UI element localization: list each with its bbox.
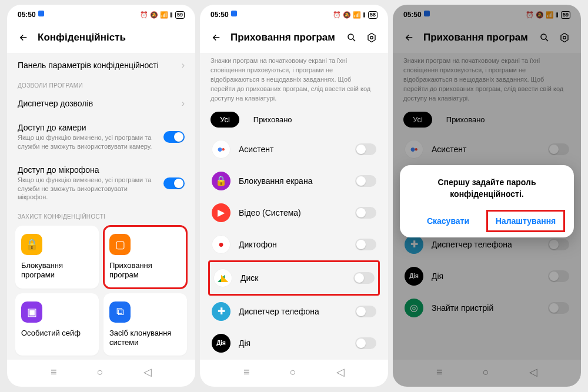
back-icon[interactable] xyxy=(211,32,222,43)
app-toggle[interactable] xyxy=(548,270,569,282)
status-time: 05:50 xyxy=(403,11,430,19)
header: Приховання програм xyxy=(393,22,581,53)
section-permissions: ДОЗВОЛИ ПРОГРАМИ xyxy=(15,78,187,91)
nav-recent-icon[interactable]: ≡ xyxy=(51,366,57,378)
nav-back-icon[interactable]: ◁ xyxy=(143,366,152,378)
app-row-dispatcher: ✚Диспетчер телефона xyxy=(208,296,380,327)
header: Приховання програм xyxy=(200,22,388,53)
app-toggle[interactable] xyxy=(355,337,376,349)
mic-toggle[interactable] xyxy=(163,177,185,189)
battery-level: 58 xyxy=(368,11,377,19)
app-name: Диспетчер телефона xyxy=(239,307,347,316)
card-system-clone[interactable]: ⧉ Засіб клонування системи xyxy=(103,293,187,356)
chip-hidden[interactable]: Приховано xyxy=(437,112,495,128)
camera-access-title: Доступ до камери xyxy=(18,123,158,132)
app-name: Дія xyxy=(239,339,347,348)
status-bar: 05:50 ⏰ 🔕 📶 ⦀58 xyxy=(200,5,388,22)
app-indicator-icon xyxy=(424,11,430,16)
drive-icon: ◢◣ xyxy=(213,269,232,287)
app-name: Асистент xyxy=(239,145,347,154)
phone-hide-apps: 05:50 ⏰ 🔕 📶 ⦀58 Приховання програм Значк… xyxy=(200,5,388,387)
search-icon[interactable] xyxy=(346,32,358,43)
back-icon[interactable] xyxy=(18,32,29,43)
app-toggle[interactable] xyxy=(355,175,376,187)
nav-bar: ≡ ○ ◁ xyxy=(393,360,581,387)
svg-point-5 xyxy=(563,36,566,39)
chevron-right-icon: › xyxy=(182,60,185,71)
card-hide-apps[interactable]: ▢ Приховання програм xyxy=(103,226,187,289)
app-toggle[interactable] xyxy=(548,143,569,155)
dialog-confirm-button[interactable]: Налаштування xyxy=(487,210,564,232)
camera-toggle[interactable] xyxy=(163,131,185,143)
protection-cards: 🔒 Блокування програми ▢ Приховання прогр… xyxy=(15,226,187,356)
diia-icon: Дія xyxy=(405,267,423,286)
search-icon[interactable] xyxy=(539,32,550,43)
chip-hidden[interactable]: Приховано xyxy=(244,112,302,128)
app-row-lockscreen: 🔒Блокування екрана xyxy=(208,165,380,197)
dispatcher-icon: ✚ xyxy=(212,302,230,321)
phone-hide-apps-dialog: 05:50 ⏰ 🔕 📶 ⦀59 Приховання програм Значк… xyxy=(393,5,581,387)
privacy-panel-row[interactable]: Панель параметрів конфіденційності › xyxy=(15,53,187,78)
video-icon: ▶ xyxy=(212,203,230,222)
dialog-buttons: Скасувати Налаштування xyxy=(409,210,564,232)
card-app-lock[interactable]: 🔒 Блокування програми xyxy=(15,226,99,289)
assistant-icon: ●● xyxy=(405,140,423,159)
app-row-drive: ◢◣Диск xyxy=(208,260,380,296)
settings-icon[interactable] xyxy=(559,32,570,43)
camera-access-row: Доступ до камери Якщо цю функцію вимкнен… xyxy=(15,116,187,158)
app-row-diia: ДіяДія xyxy=(401,260,573,292)
lock-icon: 🔒 xyxy=(21,234,42,255)
page-title: Приховання програм xyxy=(423,32,530,43)
nav-home-icon[interactable]: ○ xyxy=(483,366,489,378)
nav-recent-icon[interactable]: ≡ xyxy=(243,366,250,378)
settings-icon[interactable] xyxy=(366,32,377,43)
app-indicator-icon xyxy=(231,11,237,16)
svg-marker-1 xyxy=(368,33,375,42)
permission-manager-row[interactable]: Диспетчер дозволів › xyxy=(15,91,187,116)
chevron-right-icon: › xyxy=(182,98,185,109)
card-hide-apps-label: Приховання програм xyxy=(109,261,181,280)
dialog-title: Спершу задайте пароль конфіденційності. xyxy=(409,177,564,200)
status-icons: ⏰ 🔕 📶 ⦀59 xyxy=(526,11,570,19)
dialog-cancel-button[interactable]: Скасувати xyxy=(409,210,487,232)
app-row-findmy: ◎Знайти пристрій xyxy=(401,292,573,324)
privacy-panel-label: Панель параметрів конфіденційності xyxy=(18,61,176,70)
header: Конфіденційність xyxy=(7,22,195,53)
assistant-icon: ●● xyxy=(212,140,230,159)
mic-access-title: Доступ до мікрофона xyxy=(18,165,158,175)
section-protection: ЗАХИСТ КОНФІДЕНЦІЙНОСТІ xyxy=(15,209,187,222)
content: Панель параметрів конфіденційності › ДОЗ… xyxy=(7,53,195,360)
card-private-safe[interactable]: ▣ Особистий сейф xyxy=(15,293,99,356)
app-toggle[interactable] xyxy=(355,143,376,155)
findmy-icon: ◎ xyxy=(405,299,423,317)
app-row-assistant: ●●Асистент xyxy=(401,133,573,165)
mic-access-sub: Якщо цю функцію вимкнено, усі програми т… xyxy=(18,176,158,202)
app-toggle[interactable] xyxy=(355,239,376,250)
svg-point-2 xyxy=(370,36,373,39)
svg-point-0 xyxy=(348,34,353,39)
nav-home-icon[interactable]: ○ xyxy=(290,366,296,378)
chip-all[interactable]: Усі xyxy=(211,112,239,128)
app-toggle[interactable] xyxy=(548,239,569,250)
app-toggle[interactable] xyxy=(355,306,376,317)
card-system-clone-label: Засіб клонування системи xyxy=(109,329,181,348)
nav-recent-icon[interactable]: ≡ xyxy=(436,366,443,378)
app-name: Знайти пристрій xyxy=(432,303,540,313)
permission-manager-label: Диспетчер дозволів xyxy=(18,99,176,108)
back-icon[interactable] xyxy=(403,32,415,43)
card-app-lock-label: Блокування програми xyxy=(21,261,93,280)
app-toggle[interactable] xyxy=(355,207,376,219)
diia-icon: Дія xyxy=(212,334,230,353)
app-toggle[interactable] xyxy=(548,302,569,314)
safe-icon: ▣ xyxy=(21,301,42,323)
nav-home-icon[interactable]: ○ xyxy=(97,366,103,378)
hide-icon: ▢ xyxy=(109,234,131,255)
chip-all[interactable]: Усі xyxy=(403,112,432,128)
status-time: 05:50 xyxy=(211,11,237,19)
nav-back-icon[interactable]: ◁ xyxy=(336,366,345,378)
nav-back-icon[interactable]: ◁ xyxy=(529,366,537,378)
app-row-assistant: ●●Асистент xyxy=(208,133,380,165)
app-name: Дія xyxy=(432,272,540,281)
battery-level: 59 xyxy=(175,11,185,19)
app-toggle[interactable] xyxy=(353,272,375,284)
